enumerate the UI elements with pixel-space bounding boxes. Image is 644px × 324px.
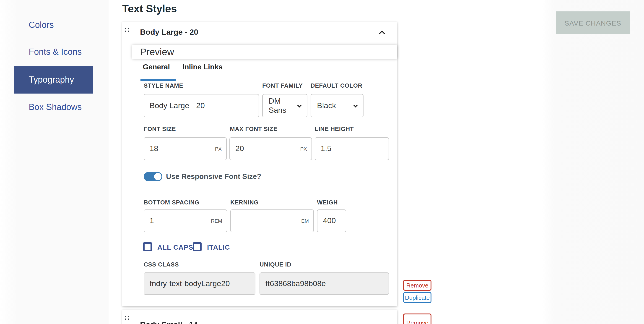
drag-handle-icon[interactable] xyxy=(125,316,130,320)
unique-id-input xyxy=(266,279,384,288)
sidebar-item-box-shadows[interactable]: Box Shadows xyxy=(29,102,82,112)
tab-general[interactable]: General xyxy=(143,63,170,71)
italic-checkbox[interactable] xyxy=(193,242,202,251)
default-color-select[interactable]: Black xyxy=(310,94,364,117)
bottom-spacing-label: BOTTOM SPACING xyxy=(144,199,199,206)
style-name-field xyxy=(144,94,259,117)
unique-id-label: UNIQUE ID xyxy=(260,261,292,268)
font-size-label: FONT SIZE xyxy=(144,126,176,132)
all-caps-checkbox[interactable] xyxy=(143,242,152,251)
font-family-select[interactable]: DM Sans xyxy=(262,94,308,117)
weight-field xyxy=(317,209,346,232)
kerning-field: EM xyxy=(230,209,314,232)
chevron-down-icon xyxy=(353,103,358,107)
font-size-unit: PX xyxy=(215,146,222,152)
max-font-size-field: PX xyxy=(230,137,312,160)
bottom-spacing-unit: REM xyxy=(211,218,222,224)
sidebar: Colors Fonts & Icons Typography Box Shad… xyxy=(0,0,108,324)
sidebar-item-typography[interactable]: Typography xyxy=(14,66,93,94)
weight-label: WEIGHT xyxy=(317,199,338,206)
css-class-label: CSS CLASS xyxy=(144,261,179,268)
max-font-size-unit: PX xyxy=(300,146,307,152)
line-height-input[interactable] xyxy=(321,144,384,153)
page-title: Text Styles xyxy=(122,3,177,15)
toggle-knob xyxy=(154,173,162,180)
style-name-input[interactable] xyxy=(150,101,254,110)
chevron-up-icon xyxy=(379,30,384,36)
save-changes-button[interactable]: SAVE CHANGES xyxy=(556,12,630,34)
remove-style-button[interactable]: Remove xyxy=(403,280,432,291)
preview-bar: Preview xyxy=(132,45,397,59)
kerning-unit: EM xyxy=(301,218,309,224)
max-font-size-input[interactable] xyxy=(235,144,298,153)
font-size-input[interactable] xyxy=(150,144,213,153)
sidebar-item-colors[interactable]: Colors xyxy=(29,20,54,30)
css-class-field xyxy=(144,272,256,295)
right-panel xyxy=(542,0,644,324)
italic-label: ITALIC xyxy=(207,243,230,251)
max-font-size-label: MAX FONT SIZE xyxy=(230,126,278,132)
drag-handle-icon[interactable] xyxy=(125,28,130,32)
tab-inline-links[interactable]: Inline Links xyxy=(182,63,222,71)
text-style-card: Body Large - 20 Preview General Inline L… xyxy=(122,22,397,306)
bottom-spacing-input[interactable] xyxy=(150,216,209,225)
sidebar-item-fonts-icons[interactable]: Fonts & Icons xyxy=(29,47,82,57)
font-family-label: FONT FAMILY xyxy=(262,82,303,89)
default-color-value: Black xyxy=(317,101,336,110)
style-card-title: Body Large - 20 xyxy=(140,28,198,37)
collapse-card-button[interactable] xyxy=(377,29,387,37)
unique-id-field xyxy=(260,272,389,295)
bottom-spacing-field: REM xyxy=(144,209,227,232)
active-tab-underline xyxy=(140,79,176,81)
kerning-label: KERNING xyxy=(230,199,258,206)
line-height-field xyxy=(315,137,389,160)
font-family-value: DM Sans xyxy=(269,97,298,115)
default-color-label: DEFAULT COLOR xyxy=(310,82,362,89)
line-height-label: LINE HEIGHT xyxy=(315,126,354,132)
style-name-label: STYLE NAME xyxy=(144,82,183,89)
weight-input[interactable] xyxy=(323,216,341,225)
font-size-field: PX xyxy=(144,137,227,160)
text-style-card-2: Body Small - 14 xyxy=(122,310,397,324)
kerning-input[interactable] xyxy=(236,216,300,225)
remove-style-button-2[interactable]: Remove xyxy=(403,313,432,324)
duplicate-style-button[interactable]: Duplicate xyxy=(403,292,432,303)
app-root: Colors Fonts & Icons Typography Box Shad… xyxy=(0,0,644,324)
preview-label: Preview xyxy=(140,47,174,58)
style-card-title-2: Body Small - 14 xyxy=(140,320,198,324)
responsive-font-toggle[interactable] xyxy=(144,172,162,181)
all-caps-label: ALL CAPS xyxy=(157,243,193,251)
css-class-input xyxy=(150,279,250,288)
responsive-font-toggle-label: Use Responsive Font Size? xyxy=(166,172,261,181)
